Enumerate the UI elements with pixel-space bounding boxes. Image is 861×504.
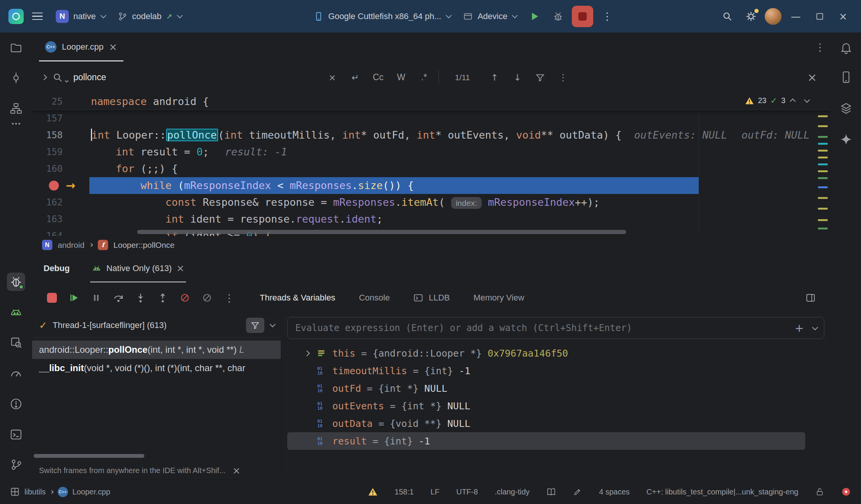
version-control-icon[interactable] (7, 456, 25, 474)
stripe-mark[interactable] (818, 197, 828, 199)
editor-tab-looper-cpp[interactable]: C++ Looper.cpp × (37, 32, 125, 61)
breakpoint-icon[interactable] (49, 181, 59, 191)
status-158-1[interactable]: 158:1 (395, 488, 414, 496)
code-line-163[interactable]: 163 int ident = response.request.ident; (32, 211, 830, 228)
mute-breakpoints-icon[interactable] (176, 289, 193, 306)
running-devices-icon[interactable] (837, 99, 855, 118)
problems-icon[interactable] (7, 395, 25, 413)
code-editor[interactable]: 25namespace android {157158int Looper::p… (32, 93, 830, 236)
close-tab-icon[interactable]: × (109, 41, 117, 53)
statusbar-file[interactable]: Looper.cpp (73, 488, 110, 496)
adevice-selector[interactable]: Adevice (458, 8, 521, 24)
debug-session-tab[interactable]: Native Only (613) × (90, 254, 186, 283)
next-match-icon[interactable]: ↓ (509, 69, 526, 86)
search-field-icon[interactable] (52, 72, 67, 83)
stop-session-icon[interactable] (44, 289, 60, 306)
debug-tab-console[interactable]: Console (359, 293, 390, 303)
editor-gutter[interactable]: 164 (32, 228, 89, 236)
close-button[interactable]: × (833, 11, 853, 22)
add-watch-icon[interactable]: + (795, 322, 804, 334)
pause-icon[interactable] (88, 289, 105, 306)
stripe-mark[interactable] (818, 125, 828, 127)
chevron-down-icon[interactable] (270, 321, 276, 328)
settings-button[interactable] (741, 6, 761, 26)
terminal-icon[interactable] (7, 425, 25, 444)
book-icon[interactable] (546, 487, 556, 497)
tab-options-icon[interactable]: ⋮ (815, 41, 825, 53)
variable-row-timeoutmillis[interactable]: 0110timeoutMillis = {int} -1 (287, 362, 824, 380)
whole-words-toggle[interactable]: W (393, 69, 409, 86)
device-manager-icon[interactable] (837, 68, 855, 86)
status-clang-tidy[interactable]: .clang-tidy (495, 488, 529, 496)
editor-gutter[interactable]: 157 (32, 110, 89, 127)
editor-gutter[interactable]: 160 (32, 160, 89, 177)
frames-filter-icon[interactable] (246, 318, 264, 333)
resume-icon[interactable] (66, 289, 83, 306)
stripe-mark[interactable] (818, 228, 828, 229)
next-problem-icon[interactable] (804, 97, 810, 103)
run-configuration-selector[interactable]: N native (51, 7, 109, 26)
editor-gutter[interactable]: → (32, 177, 89, 194)
project-icon[interactable] (7, 39, 25, 57)
gemini-icon[interactable] (837, 130, 855, 149)
app-inspection-icon[interactable] (7, 333, 25, 352)
stripe-mark[interactable] (818, 115, 828, 117)
stripe-mark[interactable] (818, 136, 828, 138)
match-case-toggle[interactable]: Cc (370, 69, 387, 86)
debug-tab-threads-variables[interactable]: Threads & Variables (260, 293, 335, 303)
debug-button[interactable] (548, 6, 568, 26)
dismiss-hint-icon[interactable]: × (233, 465, 241, 476)
editor-gutter[interactable]: 162 (32, 194, 89, 211)
inspection-widget[interactable]: 23 ✓ 3 (745, 96, 811, 105)
prev-match-icon[interactable]: ↑ (486, 69, 503, 86)
close-session-icon[interactable]: × (176, 263, 184, 274)
commit-icon[interactable] (7, 69, 25, 87)
chevron-down-icon[interactable] (812, 324, 818, 330)
stripe-mark[interactable] (818, 186, 828, 188)
editor-gutter[interactable]: 163 (32, 211, 89, 228)
logcat-icon[interactable] (7, 303, 25, 321)
stripe-mark[interactable] (818, 219, 828, 221)
regex-toggle[interactable]: .* (416, 69, 432, 86)
stripe-mark[interactable] (818, 208, 828, 210)
status-lf[interactable]: LF (430, 488, 439, 496)
code-line-161[interactable]: → while (mResponseIndex < mResponses.siz… (32, 177, 830, 194)
run-button[interactable] (524, 6, 544, 26)
editor-gutter[interactable]: 158 (32, 127, 89, 144)
expand-search-icon[interactable] (41, 74, 47, 81)
more-actions-button[interactable]: ⋮ (597, 6, 617, 26)
clear-search-icon[interactable]: × (324, 69, 341, 86)
variable-row-outevents[interactable]: 0110outEvents = {int *} NULL (287, 397, 824, 415)
editor-gutter[interactable]: 159 (32, 144, 89, 160)
step-over-icon[interactable] (110, 289, 127, 306)
close-search-icon[interactable]: × (804, 69, 821, 86)
main-menu-button[interactable] (28, 7, 47, 26)
expand-chevron-icon[interactable] (299, 351, 315, 355)
stripe-mark[interactable] (818, 170, 828, 172)
debug-toolwindow-icon[interactable] (7, 273, 25, 291)
stripe-mark[interactable] (818, 143, 828, 145)
vcs-branch-selector[interactable]: codelab ↗ (113, 8, 186, 24)
stripe-mark[interactable] (818, 177, 828, 179)
debug-tab-memory-view[interactable]: Memory View (473, 293, 524, 303)
stack-frame-libc-init[interactable]: __libc_init(void *, void (*)(), int (*)(… (32, 359, 281, 377)
variable-row-outfd[interactable]: 0110outFd = {int *} NULL (287, 380, 824, 397)
frames-scrollbar[interactable] (34, 454, 144, 458)
breadcrumb-namespace[interactable]: android (58, 241, 84, 250)
status-4-spaces[interactable]: 4 spaces (599, 488, 630, 496)
errdot-icon[interactable] (841, 487, 851, 497)
status-c-libutils-test-compile-unk-staging-eng[interactable]: C++: libutils_test_compile|...unk_stagin… (646, 488, 798, 496)
debug-more-icon[interactable]: ⋮ (221, 289, 238, 306)
profiler-icon[interactable] (7, 364, 25, 382)
avatar[interactable] (765, 8, 782, 25)
search-more-icon[interactable]: ⋮ (555, 69, 571, 86)
module-name[interactable]: libutils (24, 488, 46, 496)
stack-frame-pollonce[interactable]: android::Looper::pollOnce(int, int *, in… (32, 341, 281, 359)
code-line-25[interactable]: 25namespace android { (32, 93, 830, 110)
search-input[interactable]: pollonce (73, 72, 318, 82)
stripe-mark[interactable] (818, 157, 828, 158)
breadcrumb-function[interactable]: Looper::pollOnce (113, 241, 175, 250)
disabled-breakpoints-icon[interactable] (199, 289, 215, 306)
search-everywhere-button[interactable] (717, 6, 737, 26)
toolwindow-title[interactable]: Debug (44, 263, 70, 273)
